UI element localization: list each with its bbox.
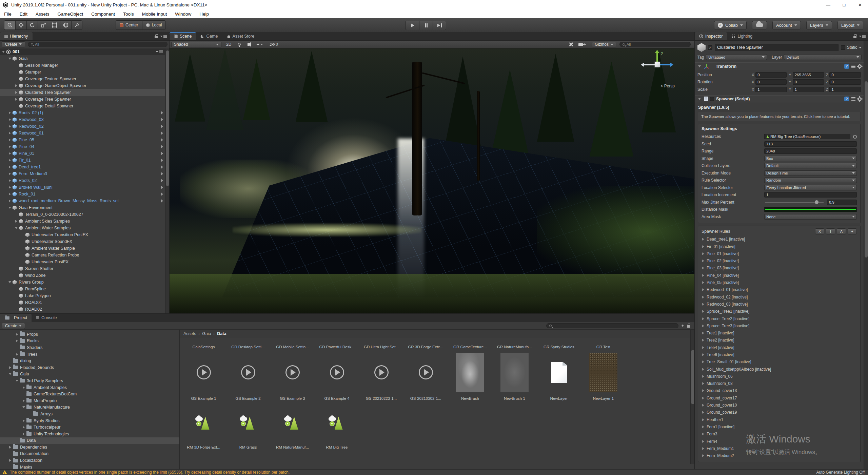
open-prefab-arrow[interactable] [161, 111, 163, 115]
expander-icon[interactable] [702, 447, 704, 450]
expander-icon[interactable] [21, 417, 26, 424]
expander-icon[interactable] [7, 150, 12, 157]
account-dropdown[interactable]: Account [772, 21, 801, 30]
expander-icon[interactable] [7, 198, 12, 204]
project-folder-item[interactable]: Arrays [0, 411, 179, 417]
breadcrumb-assets[interactable]: Assets [183, 331, 196, 336]
scene-camera-dropdown[interactable] [576, 42, 589, 47]
expander-icon[interactable] [702, 360, 704, 363]
spawner-rule-item[interactable]: Ground_cover13 [699, 387, 860, 394]
tab-lighting[interactable]: Lighting [727, 32, 757, 40]
expander-icon[interactable] [21, 397, 26, 404]
presets-icon[interactable] [851, 97, 855, 101]
layers-dropdown[interactable]: Layers [806, 21, 832, 30]
axis-y-field[interactable]: 0 [793, 79, 824, 85]
toggle-2d-button[interactable]: 2D [224, 42, 233, 47]
rule-button-i[interactable]: I [826, 228, 835, 234]
spawner-rule-item[interactable]: Tree2 [inactive] [699, 337, 860, 344]
asset-item[interactable]: GR Test [581, 341, 626, 349]
asset-item[interactable]: NewBrush 1 [492, 352, 537, 400]
cloud-button[interactable] [752, 21, 767, 30]
hierarchy-item[interactable]: Pine_05 [0, 137, 165, 143]
tab-inspector[interactable]: Inspector [695, 32, 727, 40]
expander-icon[interactable] [702, 346, 704, 349]
asset-item[interactable]: RM 3D Forge Ext... [181, 415, 226, 451]
scene-orientation-gizmo[interactable]: y [639, 50, 675, 79]
dropdown-field[interactable]: Box [764, 156, 857, 161]
collab-dropdown[interactable]: ✓ Collab [714, 21, 747, 30]
layout-dropdown[interactable]: Layout [837, 21, 863, 30]
spawner-rule-item[interactable]: Pine_04 [inactive] [699, 272, 860, 279]
hierarchy-item[interactable]: Camera Reflection Probe [0, 252, 165, 259]
asset-item[interactable]: GR Synty Studios [537, 341, 581, 349]
expander-icon[interactable] [7, 444, 13, 451]
expander-icon[interactable] [702, 454, 704, 457]
open-prefab-arrow[interactable] [161, 172, 163, 175]
open-prefab-arrow[interactable] [161, 186, 163, 189]
dropdown-field[interactable]: Random [764, 178, 857, 183]
hand-tool-button[interactable] [4, 20, 15, 30]
expander-icon[interactable] [21, 404, 26, 411]
expander-icon[interactable] [702, 238, 704, 241]
open-prefab-arrow[interactable] [161, 138, 163, 142]
asset-item[interactable]: GaiaSettings [181, 341, 226, 349]
expander-icon[interactable] [702, 433, 704, 435]
project-folder-item[interactable]: Data [0, 437, 179, 444]
hierarchy-item[interactable]: Roots_02 [0, 177, 165, 184]
hierarchy-item[interactable]: RamSpline [0, 286, 165, 292]
expander-icon[interactable] [702, 310, 704, 313]
expander-icon[interactable] [14, 351, 19, 358]
axis-y-field[interactable]: 1 [793, 87, 824, 92]
asset-item[interactable]: GD Powerful Desk... [315, 341, 359, 349]
asset-item[interactable]: GD Mobile Settin... [270, 341, 315, 349]
hierarchy-item[interactable]: Rock_01 [0, 191, 165, 198]
expander-icon[interactable] [14, 89, 19, 96]
step-button[interactable] [433, 21, 446, 30]
expander-icon[interactable] [702, 274, 704, 277]
axis-x-field[interactable]: 0 [755, 79, 787, 85]
lock-icon[interactable] [155, 36, 158, 38]
inspector-scrollbar[interactable] [864, 41, 868, 469]
search-by-label-icon[interactable] [687, 325, 690, 328]
search-by-type-icon[interactable] [681, 324, 684, 327]
scene-lighting-toggle[interactable] [236, 42, 243, 47]
hierarchy-item[interactable]: Gaia Environment [0, 204, 165, 211]
component-enabled-checkbox[interactable] [710, 97, 714, 101]
menu-item-component[interactable]: Component [91, 12, 115, 17]
hidden-objects-toggle[interactable]: 0 [268, 42, 280, 47]
expander-icon[interactable] [7, 204, 12, 211]
expander-icon[interactable] [7, 143, 12, 150]
expander-icon[interactable] [14, 82, 19, 89]
open-prefab-arrow[interactable] [161, 125, 163, 128]
chevron-down-icon[interactable] [859, 47, 862, 48]
open-prefab-arrow[interactable] [161, 131, 163, 135]
scene-header-menu[interactable] [156, 50, 163, 53]
expander-icon[interactable] [1, 48, 6, 55]
asset-item[interactable]: RM Big Tree [315, 415, 359, 451]
expander-icon[interactable] [7, 371, 13, 378]
gizmos-dropdown[interactable]: Gizmos [592, 42, 616, 47]
hierarchy-item[interactable]: Ambient Water Samples [0, 225, 165, 231]
menu-item-tools[interactable]: Tools [123, 12, 134, 17]
hierarchy-scrollbar[interactable] [165, 48, 169, 313]
project-folder-item[interactable]: dixing [0, 357, 179, 364]
axis-x-field[interactable]: 0 [755, 72, 787, 78]
tab-game[interactable]: Game [196, 32, 222, 40]
project-folder-item[interactable]: 3rd Party Samplers [0, 377, 179, 384]
expander-icon[interactable] [702, 389, 704, 392]
hierarchy-item[interactable]: Pine_04 [0, 143, 165, 150]
hierarchy-item[interactable]: ROAD01 [0, 299, 165, 306]
hierarchy-item[interactable]: Stamper [0, 69, 165, 76]
scene-search-input[interactable]: All [619, 42, 691, 47]
asset-item[interactable]: GR GameTexture... [448, 341, 492, 349]
spawner-rule-item[interactable]: Fern_Medium2 [699, 452, 860, 459]
project-folder-item[interactable]: GameTexturesDotCom [0, 391, 179, 397]
hierarchy-item[interactable]: Terrain_0_0-20210302-130627 [0, 211, 165, 218]
value-field[interactable]: 2048 [764, 148, 857, 154]
dropdown-field[interactable]: None [764, 214, 857, 220]
active-checkbox[interactable]: ✓ [708, 45, 712, 50]
spawner-rule-item[interactable]: Mushroom_08 [699, 380, 860, 387]
expander-icon[interactable] [7, 457, 13, 464]
project-folder-item[interactable]: Documentation [0, 451, 179, 457]
breadcrumb-data[interactable]: Data [217, 331, 226, 336]
